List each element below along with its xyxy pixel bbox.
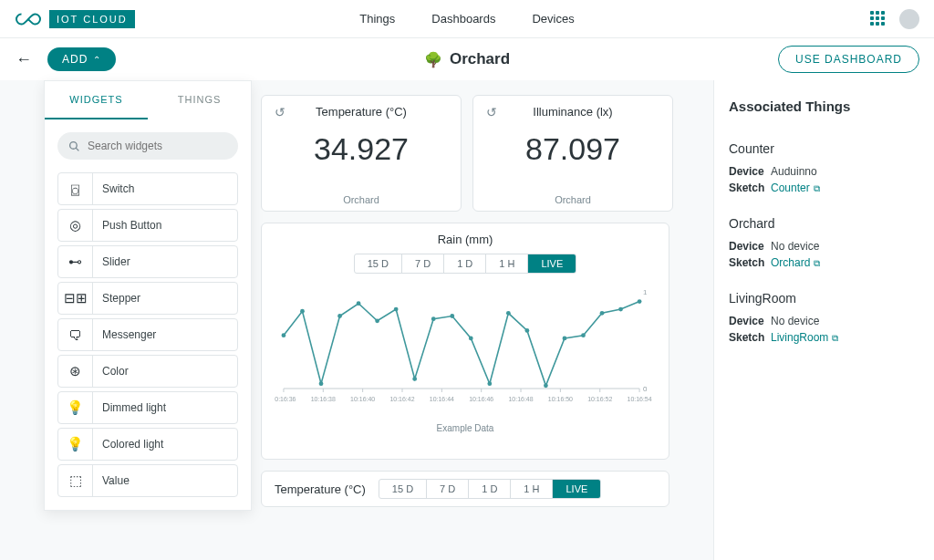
svg-point-13 (487, 381, 492, 386)
svg-point-7 (375, 318, 379, 323)
card-footer: Orchard (555, 194, 591, 205)
device-value: No device (771, 313, 819, 329)
device-label: Device (729, 313, 771, 329)
thing-name[interactable]: Orchard (729, 216, 919, 231)
add-button-label: ADD (62, 53, 88, 66)
widget-item-dimmed-light[interactable]: 💡Dimmed light (57, 391, 238, 424)
widget-item-label: Push Button (93, 219, 161, 232)
svg-point-21 (638, 299, 642, 304)
sketch-link[interactable]: Counter⧉ (771, 180, 820, 196)
widget-item-icon: ◎ (58, 210, 93, 241)
temperature-chart-card[interactable]: Temperature (°C) 15 D 7 D 1 D 1 H LIVE (261, 471, 669, 507)
iot-cloud-badge: IOT CLOUD (49, 10, 135, 28)
svg-point-3 (300, 309, 305, 314)
topbar-right (870, 9, 919, 29)
illuminance-card[interactable]: ↺ Illuminance (lx) 87.097 Orchard (472, 95, 673, 212)
associated-things-panel: Associated Things Counter DeviceAuduinno… (713, 80, 934, 560)
temperature-card[interactable]: ↺ Temperature (°C) 34.927 Orchard (261, 95, 462, 212)
external-link-icon: ⧉ (814, 183, 820, 193)
thing-name[interactable]: Counter (729, 141, 919, 156)
range-15d[interactable]: 15 D (355, 254, 402, 273)
svg-text:10:16:38: 10:16:38 (311, 396, 336, 402)
thing-livingroom: LivingRoom DeviceNo device SketchLivingR… (729, 291, 919, 346)
widget-item-icon: ⊟⊞ (58, 283, 93, 314)
card-footer: Orchard (343, 194, 379, 205)
tab-widgets[interactable]: WIDGETS (45, 81, 148, 119)
range-15d[interactable]: 15 D (379, 480, 427, 498)
widget-item-switch[interactable]: ⌼Switch (57, 172, 238, 205)
svg-point-6 (357, 301, 361, 306)
range-live[interactable]: LIVE (553, 480, 600, 498)
range-7d[interactable]: 7 D (402, 254, 444, 273)
card-title: Illuminance (lx) (533, 105, 612, 119)
range-7d[interactable]: 7 D (427, 480, 469, 498)
svg-point-8 (394, 307, 399, 312)
svg-text:10:16:36: 10:16:36 (275, 396, 296, 402)
chart-footer: Example Data (437, 423, 494, 433)
widget-item-label: Slider (93, 255, 130, 268)
range-1d[interactable]: 1 D (469, 480, 511, 498)
range-live[interactable]: LIVE (528, 254, 576, 273)
value-card-row: ↺ Temperature (°C) 34.927 Orchard ↺ Illu… (261, 95, 673, 212)
sketch-label: Sketch (729, 180, 771, 196)
range-1h[interactable]: 1 H (486, 254, 528, 273)
apps-icon[interactable] (870, 11, 887, 27)
sketch-link[interactable]: LivingRoom⧉ (771, 329, 838, 346)
sketch-link[interactable]: Orchard⧉ (771, 254, 820, 271)
widget-search[interactable] (57, 132, 238, 160)
tree-icon: 🌳 (424, 51, 442, 68)
nav-devices[interactable]: Devices (532, 12, 574, 26)
chart-title: Temperature (°C) (275, 482, 366, 496)
tab-things[interactable]: THINGS (148, 81, 251, 119)
search-icon (68, 140, 80, 152)
thing-name[interactable]: LivingRoom (729, 291, 919, 306)
svg-point-15 (524, 328, 529, 333)
widget-item-value[interactable]: ⬚Value (57, 464, 238, 497)
widget-item-push-button[interactable]: ◎Push Button (57, 209, 238, 242)
illuminance-value: 87.097 (525, 131, 620, 167)
device-label: Device (729, 238, 771, 254)
thing-counter: Counter DeviceAuduinno SketchCounter⧉ (729, 141, 919, 196)
svg-point-16 (544, 383, 548, 388)
widget-panel: WIDGETS THINGS ⌼Switch◎Push Button⊷Slide… (44, 80, 252, 511)
widget-item-stepper[interactable]: ⊟⊞Stepper (57, 282, 238, 315)
svg-text:10:16:52: 10:16:52 (587, 396, 612, 402)
svg-text:10:16:46: 10:16:46 (469, 396, 493, 402)
nav-things[interactable]: Things (359, 12, 395, 26)
widget-item-icon: 💡 (58, 429, 93, 460)
range-1h[interactable]: 1 H (511, 480, 553, 498)
widget-item-color[interactable]: ⊛Color (57, 355, 238, 388)
workspace: WIDGETS THINGS ⌼Switch◎Push Button⊷Slide… (0, 80, 934, 560)
add-button[interactable]: ADD ⌃ (47, 47, 116, 71)
svg-point-2 (282, 333, 286, 337)
svg-point-4 (319, 381, 324, 386)
svg-text:10:16:40: 10:16:40 (350, 396, 375, 402)
widget-item-slider[interactable]: ⊷Slider (57, 245, 238, 278)
card-title: Temperature (°C) (316, 105, 407, 119)
back-arrow-icon[interactable]: ← (15, 50, 33, 68)
rain-chart-card[interactable]: Rain (mm) 15 D 7 D 1 D 1 H LIVE 1010:16:… (261, 223, 669, 460)
widget-item-label: Stepper (93, 292, 140, 305)
widget-item-colored-light[interactable]: 💡Colored light (57, 428, 238, 461)
device-label: Device (729, 163, 771, 180)
widget-item-icon: 💡 (58, 392, 93, 423)
external-link-icon: ⧉ (832, 333, 838, 343)
svg-point-12 (469, 336, 473, 340)
widget-item-label: Dimmed light (93, 401, 166, 414)
range-1d[interactable]: 1 D (444, 254, 486, 273)
device-value: No device (771, 238, 819, 254)
use-dashboard-button[interactable]: USE DASHBOARD (778, 46, 919, 73)
svg-point-19 (600, 311, 605, 316)
avatar[interactable] (899, 9, 919, 29)
arduino-icon (15, 11, 42, 27)
svg-point-10 (431, 316, 436, 321)
widget-item-icon: ⬚ (58, 465, 93, 496)
svg-text:1: 1 (643, 288, 648, 296)
nav-dashboards[interactable]: Dashboards (431, 12, 495, 26)
chevron-up-icon: ⌃ (93, 55, 101, 65)
widget-item-label: Switch (93, 182, 134, 195)
svg-point-0 (70, 141, 78, 149)
widget-item-messenger[interactable]: 🗨Messenger (57, 318, 238, 351)
svg-text:10:16:48: 10:16:48 (509, 396, 534, 402)
widget-search-input[interactable] (88, 140, 227, 152)
